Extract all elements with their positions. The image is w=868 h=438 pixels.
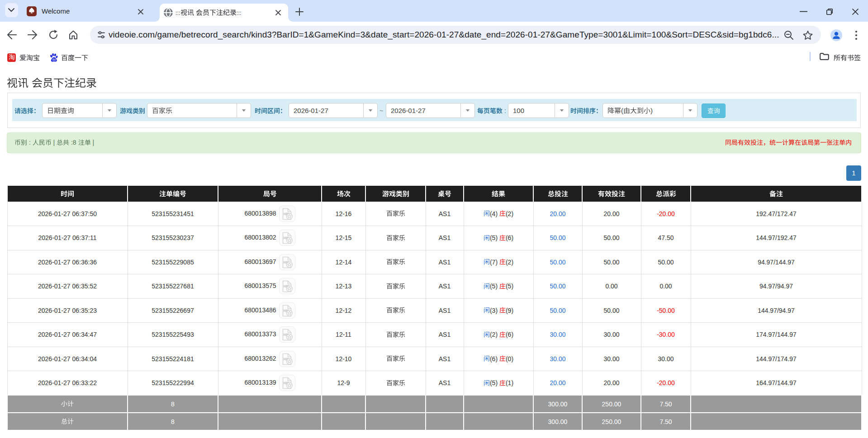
svg-text:du: du (52, 58, 56, 61)
